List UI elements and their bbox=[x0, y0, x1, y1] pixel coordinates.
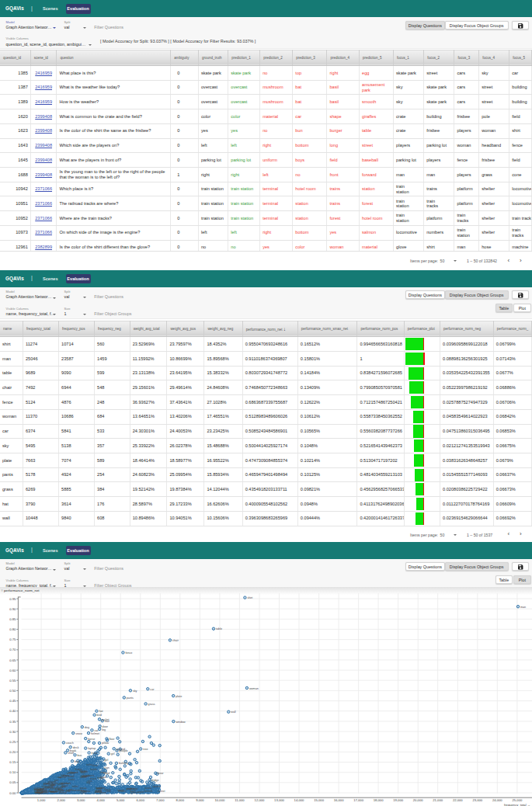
svg-text:0.20: 0.20 bbox=[9, 750, 16, 754]
svg-text:0.55: 0.55 bbox=[9, 679, 16, 683]
svg-text:22,000: 22,000 bbox=[453, 798, 463, 802]
svg-text:19,000: 19,000 bbox=[393, 798, 403, 802]
svg-text:girl: girl bbox=[104, 759, 108, 762]
svg-text:window: window bbox=[176, 721, 186, 724]
svg-text:man: man bbox=[520, 606, 526, 609]
svg-text:bus: bus bbox=[78, 754, 82, 757]
svg-text:0.80: 0.80 bbox=[9, 627, 16, 631]
svg-text:bag: bag bbox=[63, 774, 68, 777]
svg-text:0.90: 0.90 bbox=[9, 607, 16, 611]
svg-text:tree: tree bbox=[143, 748, 148, 751]
svg-text:sign: sign bbox=[104, 766, 110, 770]
svg-text:0.85: 0.85 bbox=[9, 617, 16, 621]
svg-text:clock: clock bbox=[80, 791, 87, 794]
svg-text:11,000: 11,000 bbox=[235, 798, 245, 802]
svg-text:plant: plant bbox=[43, 782, 50, 785]
svg-text:couch: couch bbox=[66, 742, 74, 745]
svg-text:25,000: 25,000 bbox=[512, 798, 522, 802]
svg-text:woman: woman bbox=[249, 687, 259, 690]
svg-text:pan: pan bbox=[95, 790, 99, 794]
svg-text:10,000: 10,000 bbox=[214, 798, 224, 802]
svg-text:0.30: 0.30 bbox=[9, 730, 16, 734]
svg-text:0.35: 0.35 bbox=[9, 720, 16, 724]
svg-text:21,000: 21,000 bbox=[433, 798, 443, 802]
svg-text:helmet: helmet bbox=[91, 732, 99, 735]
svg-text:toilet: toilet bbox=[72, 785, 78, 788]
svg-text:pot: pot bbox=[50, 783, 54, 787]
svg-text:laptop: laptop bbox=[88, 747, 96, 750]
svg-text:people: people bbox=[120, 749, 128, 752]
svg-text:pants: pants bbox=[127, 697, 134, 700]
svg-text:zebra: zebra bbox=[71, 789, 79, 792]
svg-text:15,000: 15,000 bbox=[314, 798, 324, 802]
svg-text:dog: dog bbox=[85, 726, 89, 729]
svg-text:horse: horse bbox=[88, 738, 95, 741]
svg-text:2,000: 2,000 bbox=[57, 798, 65, 802]
svg-text:0.40: 0.40 bbox=[9, 709, 16, 713]
svg-text:trees: trees bbox=[92, 752, 98, 755]
svg-text:girl: girl bbox=[111, 752, 115, 756]
svg-text:0.05: 0.05 bbox=[9, 780, 16, 784]
svg-text:7,000: 7,000 bbox=[156, 798, 165, 802]
svg-text:shirt: shirt bbox=[247, 596, 252, 599]
svg-text:18,000: 18,000 bbox=[374, 798, 384, 802]
svg-text:fence: fence bbox=[125, 651, 132, 655]
svg-text:shelf: shelf bbox=[68, 752, 75, 755]
svg-text:0.00: 0.00 bbox=[9, 791, 16, 795]
svg-text:0.60: 0.60 bbox=[9, 669, 16, 672]
svg-text:14,000: 14,000 bbox=[294, 798, 304, 802]
svg-text:fridge: fridge bbox=[75, 768, 82, 771]
svg-text:12,000: 12,000 bbox=[255, 798, 265, 802]
svg-text:shoe: shoe bbox=[92, 764, 98, 767]
svg-text:bottle: bottle bbox=[96, 787, 103, 790]
svg-text:spoon: spoon bbox=[152, 785, 160, 788]
svg-text:bear: bear bbox=[158, 772, 164, 775]
svg-text:pan: pan bbox=[57, 787, 62, 790]
svg-text:5,000: 5,000 bbox=[116, 798, 125, 802]
svg-text:9,000: 9,000 bbox=[196, 798, 204, 802]
svg-text:1,000: 1,000 bbox=[37, 798, 46, 802]
svg-text:bench: bench bbox=[144, 790, 152, 793]
svg-text:grass: grass bbox=[148, 703, 155, 706]
svg-text:0.70: 0.70 bbox=[9, 648, 16, 651]
svg-text:snow: snow bbox=[75, 732, 82, 735]
svg-text:fridge: fridge bbox=[151, 779, 158, 782]
svg-text:boat: boat bbox=[130, 790, 136, 793]
svg-text:boy: boy bbox=[75, 760, 79, 763]
svg-text:frequency_total →: frequency_total → bbox=[504, 803, 530, 806]
svg-text:23,000: 23,000 bbox=[472, 798, 482, 802]
svg-text:knife: knife bbox=[68, 778, 75, 781]
svg-text:0.50: 0.50 bbox=[9, 689, 16, 693]
svg-text:17,000: 17,000 bbox=[353, 798, 363, 802]
svg-text:0.45: 0.45 bbox=[9, 699, 16, 703]
svg-text:hand: hand bbox=[100, 776, 106, 779]
svg-text:0.15: 0.15 bbox=[9, 760, 16, 764]
svg-text:sink: sink bbox=[65, 790, 71, 793]
svg-text:bag: bag bbox=[35, 791, 40, 794]
svg-text:rug: rug bbox=[35, 787, 39, 790]
svg-text:8,000: 8,000 bbox=[176, 798, 185, 802]
svg-text:pot: pot bbox=[54, 779, 58, 782]
svg-text:13,000: 13,000 bbox=[274, 798, 284, 802]
svg-text:rug: rug bbox=[50, 790, 54, 793]
svg-text:leg: leg bbox=[86, 781, 90, 784]
svg-text:wall: wall bbox=[231, 710, 236, 714]
svg-text:24,000: 24,000 bbox=[492, 798, 502, 802]
svg-text:bottle: bottle bbox=[43, 790, 50, 793]
svg-text:head: head bbox=[103, 772, 110, 775]
svg-text:4,000: 4,000 bbox=[96, 798, 105, 802]
svg-text:bed: bed bbox=[97, 714, 102, 717]
svg-text:carrot: carrot bbox=[158, 790, 165, 793]
svg-text:20,000: 20,000 bbox=[413, 798, 423, 802]
svg-text:table: table bbox=[216, 627, 222, 631]
svg-text:sky: sky bbox=[133, 690, 137, 693]
svg-text:bottle: bottle bbox=[90, 768, 97, 771]
svg-text:0.75: 0.75 bbox=[9, 638, 16, 641]
svg-text:apple: apple bbox=[137, 790, 144, 794]
svg-text:floor: floor bbox=[109, 738, 115, 741]
svg-text:chair: chair bbox=[172, 639, 179, 642]
svg-text:hair: hair bbox=[105, 720, 110, 723]
svg-text:hat: hat bbox=[99, 710, 103, 713]
svg-text:16,000: 16,000 bbox=[334, 798, 344, 802]
svg-text:0.95: 0.95 bbox=[9, 597, 16, 601]
